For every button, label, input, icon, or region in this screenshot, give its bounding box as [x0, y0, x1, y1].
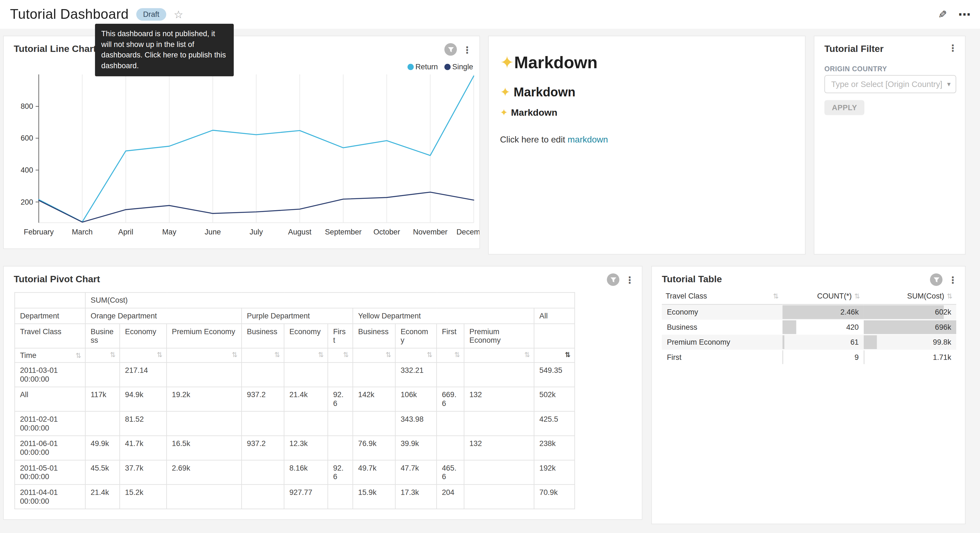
pivot-cell: 49.7k — [353, 460, 395, 484]
origin-country-select[interactable]: ▾ — [824, 75, 956, 93]
chart-header-actions: ⋮ — [930, 273, 958, 286]
sort-icon[interactable]: ⇅ — [318, 351, 324, 359]
pivot-sort-cell: ⇅ — [395, 348, 436, 362]
data-table: Travel Class⇅ COUNT(*)⇅ SUM(Cost)⇅ Econo… — [662, 288, 956, 365]
filter-card: Tutorial Filter ⋮ ORIGIN COUNTRY ▾ APPLY — [814, 36, 966, 255]
kebab-menu-icon[interactable]: ⋮ — [625, 275, 635, 284]
pivot-cell: 217.14 — [120, 362, 167, 387]
sort-icon[interactable]: ⇅ — [854, 292, 860, 300]
sort-icon[interactable]: ⇅ — [773, 292, 779, 300]
sort-icon[interactable]: ⇅ — [110, 351, 116, 359]
sort-icon[interactable]: ⇅ — [385, 351, 391, 359]
pivot-cell: 204 — [436, 484, 464, 509]
pivot-cell: 192k — [534, 460, 575, 484]
pivot-cell — [167, 411, 242, 436]
unpublished-tooltip[interactable]: This dashboard is not published, it will… — [95, 24, 234, 77]
pivot-class-label: Premium Economy — [167, 324, 242, 348]
draft-badge[interactable]: Draft — [136, 8, 166, 21]
column-header-sum-cost[interactable]: SUM(Cost)⇅ — [864, 288, 956, 304]
pivot-cell — [328, 362, 353, 387]
pivot-row-label: 2011-04-01 00:00:00 — [14, 484, 85, 509]
table-row[interactable]: Business 420 696k — [662, 320, 956, 335]
pivot-row-dim-cell: Time⇅ — [14, 348, 85, 362]
sort-icon[interactable]: ⇅ — [274, 351, 280, 359]
pivot-cell: 15.9k — [353, 484, 395, 509]
apply-button[interactable]: APPLY — [824, 100, 865, 115]
origin-country-input[interactable] — [825, 80, 947, 89]
pivot-table: SUM(Cost)DepartmentOrange DepartmentPurp… — [14, 292, 575, 509]
pivot-cell: 94.9k — [120, 387, 167, 411]
pivot-cell: 37.7k — [120, 460, 167, 484]
favorite-star-icon[interactable]: ☆ — [173, 8, 183, 21]
sort-icon[interactable]: ⇅ — [157, 351, 162, 359]
cross-filter-icon[interactable] — [930, 273, 942, 286]
kebab-menu-icon[interactable]: ⋮ — [948, 43, 957, 53]
chart-title: Tutorial Line Chart — [14, 43, 96, 54]
count-cell: 9 — [783, 349, 864, 365]
pivot-cell — [85, 411, 120, 436]
kebab-menu-icon[interactable]: ⋮ — [462, 45, 472, 54]
sort-icon[interactable]: ⇅ — [947, 292, 952, 300]
pivot-cell: 17.3k — [395, 484, 436, 509]
markdown-content[interactable]: ✦Markdown ✦Markdown ✦Markdown Click here… — [500, 46, 794, 145]
table-row[interactable]: Premium Economy 61 99.8k — [662, 335, 956, 349]
markdown-h1: ✦Markdown — [500, 53, 794, 72]
pivot-cell: 21.4k — [284, 387, 328, 411]
pivot-sort-cell: ⇅ — [464, 348, 534, 362]
x-tick-label: September — [325, 228, 362, 236]
dashboard-page: Tutorial Dashboard Draft ☆ ✎ ⋯ This dash… — [0, 0, 980, 533]
cross-filter-icon[interactable] — [444, 43, 457, 56]
table-row[interactable]: Economy 2.46k 602k — [662, 304, 956, 319]
pivot-row: 2011-02-01 00:00:0081.52343.98425.5 — [14, 411, 575, 436]
chart-title: Tutorial Filter — [824, 43, 883, 54]
pivot-cell: 76.9k — [353, 436, 395, 460]
pivot-cell: 937.2 — [242, 387, 284, 411]
pivot-cell — [464, 460, 534, 484]
x-tick-label: June — [205, 228, 221, 236]
kebab-menu-icon[interactable]: ⋮ — [948, 275, 957, 284]
pivot-cell — [436, 411, 464, 436]
sort-icon[interactable]: ⇅ — [524, 351, 530, 359]
pivot-group-label: Purple Department — [242, 308, 353, 324]
pivot-cell: 19.2k — [167, 387, 242, 411]
pivot-cell: 12.3k — [284, 436, 328, 460]
pivot-sort-cell: ⇅ — [353, 348, 395, 362]
pivot-class-label: Economy — [395, 324, 436, 348]
y-tick-label: 400 — [21, 166, 33, 174]
pivot-cell — [284, 362, 328, 387]
sort-icon[interactable]: ⇅ — [232, 351, 237, 359]
pivot-class-row: Travel ClassBusinessEconomyPremium Econo… — [14, 324, 575, 348]
column-header-count[interactable]: COUNT(*)⇅ — [783, 288, 864, 304]
pivot-group-label: All — [534, 308, 575, 324]
chart-header-actions: ⋮ — [948, 43, 957, 53]
sort-icon[interactable]: ⇅ — [454, 351, 460, 359]
pivot-cell — [436, 362, 464, 387]
count-cell: 420 — [783, 320, 864, 335]
pivot-cell: 106k — [395, 387, 436, 411]
table-row[interactable]: First 9 1.71k — [662, 349, 956, 365]
sort-icon[interactable]: ⇅ — [343, 351, 348, 359]
pivot-class-label: Economy — [284, 324, 328, 348]
pivot-row-label: 2011-06-01 00:00:00 — [14, 436, 85, 460]
edit-dashboard-icon[interactable]: ✎ — [938, 8, 947, 21]
sort-icon[interactable]: ⇅ — [75, 351, 81, 359]
pivot-class-label: First — [328, 324, 353, 348]
column-header-travel-class[interactable]: Travel Class⇅ — [662, 288, 783, 304]
pivot-cell — [167, 362, 242, 387]
pivot-cell: 81.52 — [120, 411, 167, 436]
sum-cell: 696k — [864, 320, 956, 335]
travel-class-cell: Business — [662, 320, 783, 335]
markdown-link[interactable]: markdown — [568, 134, 608, 144]
funnel-icon — [933, 276, 940, 283]
sort-icon[interactable]: ⇅ — [565, 351, 571, 359]
sort-icon[interactable]: ⇅ — [427, 351, 433, 359]
cross-filter-icon[interactable] — [607, 273, 619, 286]
more-menu-icon[interactable]: ⋯ — [958, 7, 972, 22]
pivot-cell: 132 — [464, 436, 534, 460]
pivot-sort-cell: ⇅ — [328, 348, 353, 362]
pivot-sort-cell: ⇅ — [120, 348, 167, 362]
x-tick-label: May — [162, 228, 177, 236]
pivot-dim-label: Travel Class — [14, 324, 85, 348]
pivot-cell: 15.2k — [120, 484, 167, 509]
x-tick-label: August — [288, 228, 312, 236]
